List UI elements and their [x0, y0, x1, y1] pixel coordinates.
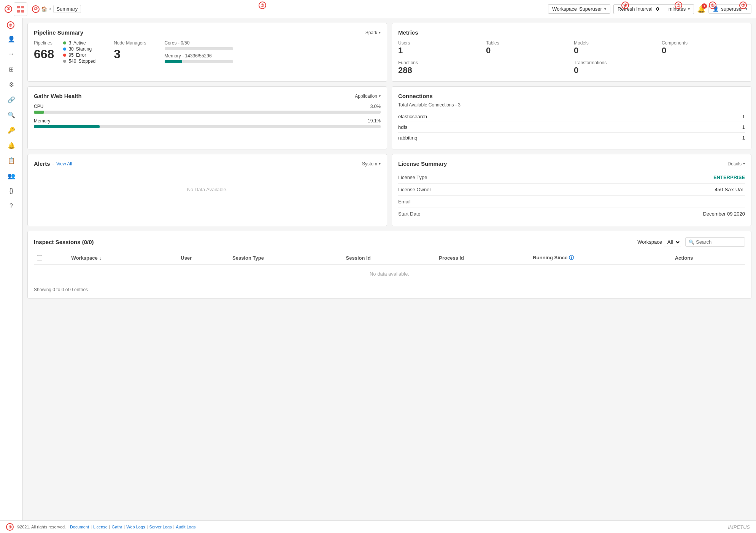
footer: ⑨ ©2021, All rights reserved. | Document… — [0, 520, 756, 533]
cpu-progress-bg — [34, 111, 381, 114]
inspect-table-footer: Showing 0 to 0 of 0 entries — [34, 287, 745, 292]
annotation-9: ⑨ — [6, 523, 14, 531]
memory-label-row: Memory 19.1% — [34, 118, 381, 124]
sidebar-item-link[interactable]: 🔗 — [5, 93, 18, 106]
health-type-label: Application — [355, 94, 377, 99]
conn-hdfs: hdfs 1 — [398, 122, 745, 133]
status-error: 95 Error — [63, 52, 95, 58]
license-summary-header: License Summary Details ▾ — [398, 160, 745, 167]
sidebar-item-user[interactable]: 👤 — [5, 32, 18, 46]
metric-models-value: 0 — [574, 46, 657, 56]
metric-transformations-label: Transformations — [574, 60, 745, 65]
status-stopped: 540 Stopped — [63, 59, 95, 64]
col-session-type: Session Type — [229, 251, 343, 265]
col-workspace-sort-icon: ↓ — [99, 255, 102, 261]
refresh-interval-input[interactable] — [655, 6, 666, 12]
svg-rect-2 — [17, 10, 20, 13]
inspect-table-head: Workspace ↓ User Session Type Session Id… — [34, 251, 745, 265]
footer-link-gathr[interactable]: Gathr — [112, 525, 122, 529]
alerts-type-label: System — [362, 161, 377, 167]
breadcrumb-home-icon[interactable]: 🏠 — [41, 6, 47, 12]
health-type-dropdown[interactable]: Application ▾ — [355, 94, 381, 99]
col-user: User — [178, 251, 229, 265]
sidebar-item-help[interactable]: ? — [5, 199, 18, 213]
inspect-search-input[interactable] — [696, 239, 742, 245]
annotation-2: ② — [32, 5, 40, 13]
sidebar-item-clipboard[interactable]: 📋 — [5, 154, 18, 167]
alerts-dash: - — [52, 161, 54, 167]
sidebar-item-grid[interactable]: ⊞ — [5, 62, 18, 76]
footer-link-document[interactable]: Document — [70, 525, 89, 529]
starting-dot-icon — [63, 48, 66, 51]
metric-users: Users 1 — [398, 40, 481, 56]
annotation-1: ① — [5, 5, 12, 13]
health-dropdown-chevron-icon: ▾ — [379, 94, 381, 98]
inspect-search-box: 🔍 — [685, 237, 745, 247]
notifications-button[interactable]: 🔔 1 — [697, 5, 705, 13]
metric-tables-label: Tables — [486, 40, 569, 46]
svg-rect-0 — [17, 6, 20, 8]
annotation-3: ③ — [259, 2, 266, 9]
sidebar-item-key[interactable]: 🔑 — [5, 123, 18, 137]
sidebar-item-settings[interactable]: ⚙ — [5, 78, 18, 91]
select-all-checkbox[interactable] — [37, 255, 42, 260]
license-type-value: ENTERPRISE — [713, 174, 745, 180]
license-rows: License Type ENTERPRISE License Owner 45… — [398, 171, 745, 220]
col-workspace[interactable]: Workspace ↓ — [68, 251, 178, 265]
col-checkbox — [34, 251, 68, 265]
annotation-7: ⑦ — [739, 2, 747, 9]
license-details-label: Details — [727, 161, 742, 167]
cores-label: Cores - 0/50 — [165, 40, 381, 46]
metric-users-value: 1 — [398, 46, 481, 56]
workspace-selector[interactable]: Workspace Superuser ▾ — [548, 4, 610, 14]
alerts-dropdown-chevron-icon: ▾ — [379, 162, 381, 166]
svg-rect-3 — [21, 10, 24, 13]
footer-link-server-logs[interactable]: Server Logs — [149, 525, 172, 529]
footer-brand: IMPETUS — [728, 524, 750, 530]
conn-elasticsearch-name: elasticsearch — [398, 114, 427, 119]
metrics-row2: Functions 288 Transformations 0 — [398, 60, 745, 75]
workspace-filter-select[interactable]: All — [664, 238, 681, 246]
license-details-chevron-icon: ▾ — [743, 162, 745, 166]
memory-value: 19.1% — [368, 118, 381, 124]
view-all-link[interactable]: View All — [56, 161, 72, 167]
sidebar-item-search[interactable]: 🔍 — [5, 108, 18, 122]
app-logo[interactable] — [14, 2, 27, 16]
memory-label: Memory - 14336/55296 — [165, 53, 381, 59]
alerts-title-block: Alerts - View All — [34, 160, 72, 167]
annotation-6: ⑥ — [709, 2, 716, 9]
dashboard-grid: Pipeline Summary Spark ▾ Pipelines 668 — [27, 23, 751, 226]
annotation-8: ⑧ — [7, 21, 14, 29]
footer-sep-4: | — [124, 525, 125, 529]
footer-link-audit-logs[interactable]: Audit Logs — [176, 525, 196, 529]
metric-tables: Tables 0 — [486, 40, 569, 56]
sidebar-item-arrows[interactable]: ↔ — [5, 47, 18, 61]
inspect-controls: Workspace All 🔍 — [637, 237, 745, 247]
license-summary-card: License Summary Details ▾ License Type E… — [392, 154, 751, 226]
sidebar-item-users[interactable]: 👥 — [5, 169, 18, 182]
footer-link-web-logs[interactable]: Web Logs — [126, 525, 145, 529]
content-area: Pipeline Summary Spark ▾ Pipelines 668 — [23, 18, 756, 520]
footer-link-license[interactable]: License — [93, 525, 108, 529]
breadcrumb: 🏠 > Summary — [41, 5, 81, 13]
pipelines-block: Pipelines 668 — [34, 40, 54, 61]
conn-rabbitmq: rabbitmq 1 — [398, 133, 745, 143]
conn-rabbitmq-name: rabbitmq — [398, 135, 418, 141]
starting-count: 30 — [68, 46, 73, 52]
memory-label: Memory — [34, 118, 50, 124]
error-count: 95 — [68, 52, 73, 58]
license-row-owner: License Owner 450-SAx-UAL — [398, 184, 745, 196]
logo-icon — [17, 5, 24, 13]
pipeline-type-dropdown[interactable]: Spark ▾ — [365, 30, 381, 35]
sidebar-item-code[interactable]: {} — [5, 184, 18, 198]
cpu-label-row: CPU 3.0% — [34, 104, 381, 109]
col-running-since: Running Since ⓘ — [530, 251, 672, 265]
inspect-sessions-section: Inspect Sessions (0/0) Workspace All 🔍 — [27, 231, 751, 299]
inspect-no-data-cell: No data available. — [34, 265, 745, 283]
license-details-dropdown[interactable]: Details ▾ — [727, 161, 745, 167]
connections-title: Connections — [398, 93, 745, 99]
alerts-type-dropdown[interactable]: System ▾ — [362, 161, 381, 167]
sidebar-item-bell[interactable]: 🔔 — [5, 138, 18, 152]
license-start-date-key: Start Date — [398, 211, 421, 217]
memory-progress-fill — [165, 60, 183, 63]
